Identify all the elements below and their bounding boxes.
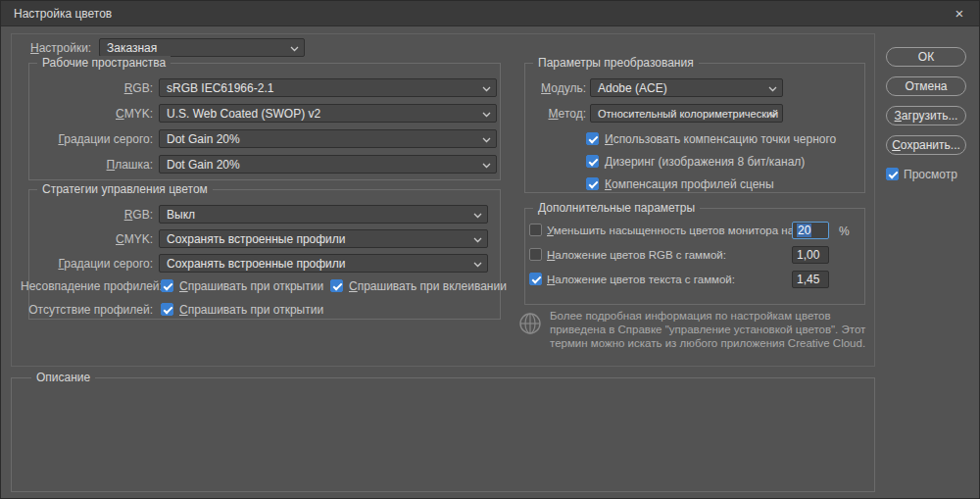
missing-ask-when-opening-label[interactable]: Спрашивать при открытии: [179, 303, 323, 318]
rgb-gamma-label[interactable]: Наложение цветов RGB с гаммой:: [547, 248, 726, 263]
policy-gray-select[interactable]: Сохранять встроенные профили: [159, 254, 488, 273]
black-point-compensation-checkbox[interactable]: [586, 132, 599, 145]
chevron-down-icon: [473, 213, 482, 219]
info-text-line-3: термин можно искать из любого приложения…: [550, 336, 873, 350]
info-text-line-2: приведена в Справке "управление установк…: [550, 323, 873, 336]
policy-cmyk-select[interactable]: Сохранять встроенные профили: [159, 229, 488, 248]
gray-label: Градации серого:: [21, 131, 153, 147]
ok-button[interactable]: ОК: [886, 47, 966, 67]
spot-working-space-select[interactable]: Dot Gain 20%: [159, 155, 497, 174]
button-label: Отмена: [887, 78, 965, 95]
chevron-down-icon: [473, 237, 482, 243]
gray-working-space-select[interactable]: Dot Gain 20%: [159, 129, 497, 148]
selected-value: Dot Gain 20%: [167, 132, 240, 146]
chevron-down-icon: [290, 46, 299, 52]
preview-label[interactable]: Просмотр: [904, 168, 957, 182]
profile-mismatch-label: Несовпадение профилей:: [21, 278, 153, 294]
rgb-working-space-select[interactable]: sRGB IEC61966-2.1: [159, 78, 497, 97]
button-label: ОК: [887, 49, 965, 66]
text-gamma-input[interactable]: 1,45: [792, 271, 829, 288]
intent-select[interactable]: Относительный колориметрический: [590, 104, 783, 123]
selected-value: Сохранять встроенные профили: [167, 257, 346, 271]
scene-profiles-label[interactable]: Компенсация профилей сцены: [605, 177, 774, 192]
ask-when-opening-label[interactable]: Спрашивать при открытии: [179, 279, 323, 294]
button-label: Загрузить...: [887, 108, 965, 125]
cmyk-label: CMYK:: [21, 106, 153, 122]
desaturate-monitor-label[interactable]: Уменьшить насыщенность цветов монитора н…: [547, 224, 797, 238]
percent-suffix: %: [839, 224, 850, 239]
dither-checkbox[interactable]: [586, 155, 599, 168]
dialog-title: Настройка цветов: [14, 1, 112, 26]
selected-value: Dot Gain 20%: [167, 158, 240, 172]
chevron-down-icon: [473, 262, 482, 268]
policy-rgb-label: RGB:: [21, 207, 153, 223]
info-text-line-1: Более подробная информация по настройкам…: [550, 309, 873, 323]
selected-value: Adobe (ACE): [598, 81, 667, 95]
save-button[interactable]: Сохранить...: [886, 135, 966, 155]
selected-value: Выкл: [167, 208, 195, 222]
intent-label: Метод:: [483, 106, 586, 122]
selected-value: Относительный колориметрический: [598, 108, 778, 120]
selected-value: Заказная: [107, 41, 157, 55]
advanced-controls-title: Дополнительные параметры: [533, 201, 700, 215]
chevron-down-icon: [482, 137, 491, 143]
dither-label[interactable]: Дизеринг (изображения 8 бит/канал): [605, 155, 805, 170]
desaturate-monitor-input[interactable]: 20: [792, 222, 829, 239]
description-title: Описание: [31, 371, 95, 384]
text-gamma-checkbox[interactable]: [529, 273, 542, 285]
policy-rgb-select[interactable]: Выкл: [159, 205, 488, 224]
close-icon[interactable]: ×: [946, 1, 973, 26]
load-button[interactable]: Загрузить...: [886, 106, 966, 125]
settings-preset-label: Настройки:: [30, 40, 99, 56]
engine-label: Модуль:: [483, 80, 586, 96]
policy-cmyk-label: CMYK:: [21, 231, 153, 247]
chevron-down-icon: [482, 163, 491, 169]
rgb-label: RGB:: [21, 80, 153, 96]
preview-checkbox[interactable]: [886, 168, 899, 180]
spot-label: Плашка:: [21, 157, 153, 173]
rgb-gamma-input[interactable]: 1,00: [792, 246, 829, 264]
policies-title: Стратегии управления цветом: [37, 182, 213, 196]
chevron-down-icon: [768, 86, 777, 92]
ask-when-opening-checkbox[interactable]: [161, 279, 173, 292]
ask-when-pasting-checkbox[interactable]: [330, 279, 343, 292]
color-settings-dialog: Настройка цветов × Настройки: Заказная Р…: [0, 0, 980, 499]
black-point-compensation-label[interactable]: Использовать компенсацию точки черного: [605, 132, 836, 147]
missing-ask-when-opening-checkbox[interactable]: [161, 303, 173, 316]
policy-gray-label: Градации серого:: [21, 256, 153, 272]
engine-select[interactable]: Adobe (ACE): [590, 78, 783, 97]
conversion-options-title: Параметры преобразования: [533, 56, 699, 70]
button-label: Сохранить...: [887, 137, 965, 154]
cmyk-working-space-select[interactable]: U.S. Web Coated (SWOP) v2: [159, 104, 497, 123]
rgb-gamma-checkbox[interactable]: [529, 248, 542, 261]
ask-when-pasting-label[interactable]: Спрашивать при вклеивании: [349, 279, 507, 294]
text-gamma-label[interactable]: Наложение цветов текста с гаммой:: [547, 273, 735, 287]
chevron-down-icon: [768, 112, 777, 118]
selected-value: sRGB IEC61966-2.1: [167, 81, 273, 95]
title-bar: Настройка цветов ×: [1, 1, 979, 26]
selected-text: 20: [797, 224, 811, 237]
desaturate-monitor-checkbox[interactable]: [529, 224, 542, 236]
settings-preset-select[interactable]: Заказная: [99, 38, 305, 57]
globe-icon: [518, 312, 542, 338]
description-group: Описание: [11, 377, 875, 492]
selected-value: U.S. Web Coated (SWOP) v2: [167, 107, 320, 121]
missing-profiles-label: Отсутствие профилей:: [21, 302, 153, 318]
scene-profiles-checkbox[interactable]: [586, 177, 599, 190]
cancel-button[interactable]: Отмена: [886, 76, 966, 96]
selected-value: Сохранять встроенные профили: [167, 232, 346, 246]
working-spaces-title: Рабочие пространства: [37, 56, 171, 70]
